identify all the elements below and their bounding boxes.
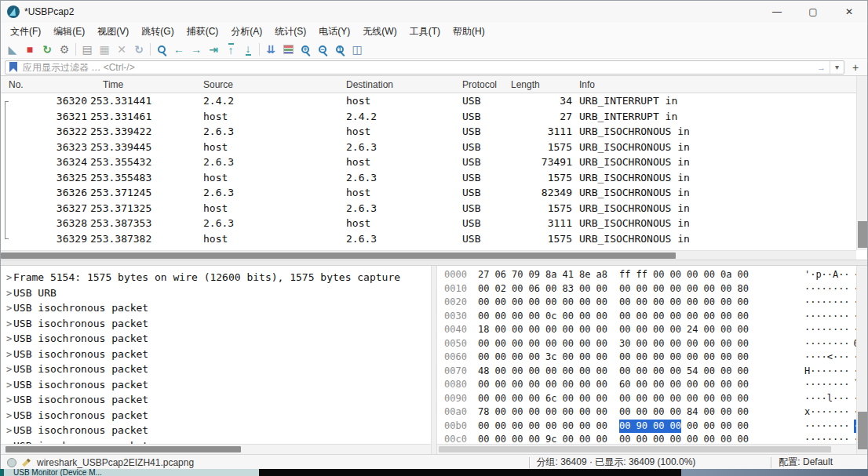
hex-byte[interactable]: 00 <box>619 420 636 434</box>
expert-info-icon[interactable] <box>7 458 16 467</box>
hex-byte[interactable]: 00 <box>738 310 749 324</box>
hex-byte[interactable]: 00 <box>670 420 682 434</box>
hex-byte[interactable]: 00 <box>579 337 591 351</box>
hex-byte[interactable]: 00 <box>738 405 749 420</box>
hex-byte[interactable]: 54 <box>687 365 698 379</box>
vscroll-thumb[interactable] <box>858 412 867 449</box>
hex-byte[interactable]: 00 <box>653 365 665 379</box>
bytes-vscrollbar[interactable] <box>856 266 867 454</box>
capture-start-button[interactable]: ◣ <box>4 41 21 57</box>
column-header-destination[interactable]: Destination <box>346 79 462 90</box>
hex-byte[interactable]: 00 <box>670 282 682 296</box>
hex-byte[interactable]: 00 <box>545 365 557 379</box>
detail-row[interactable]: >USB isochronous packet <box>1 300 431 316</box>
hex-byte[interactable]: 00 <box>579 405 591 420</box>
hex-byte[interactable]: 00 <box>579 351 591 365</box>
packet-row[interactable]: 36328253.3873532.6.3hostUSB3111URB_ISOCH… <box>1 216 856 231</box>
hex-byte[interactable]: ff <box>619 268 631 282</box>
hex-byte[interactable]: 00 <box>720 337 732 351</box>
hex-byte[interactable]: 00 <box>478 296 490 310</box>
filter-apply-icon[interactable]: → <box>813 63 830 72</box>
hex-byte[interactable]: 3c <box>545 351 557 365</box>
hex-byte[interactable]: 00 <box>704 365 716 379</box>
packet-row[interactable]: 36322253.3394222.6.3hostUSB3111URB_ISOCH… <box>1 124 856 140</box>
hex-byte[interactable]: 00 <box>563 323 574 337</box>
hex-byte[interactable]: 00 <box>704 392 716 406</box>
go-forward-button[interactable]: → <box>188 41 205 57</box>
hex-byte[interactable]: 00 <box>738 323 749 337</box>
capture-comment-icon[interactable] <box>22 458 31 467</box>
go-back-button[interactable]: ← <box>170 41 188 57</box>
hex-row[interactable]: 0060000000003c0000000000000000000000····… <box>437 351 856 365</box>
filter-dropdown-icon[interactable]: ▾ <box>830 61 844 74</box>
hex-byte[interactable]: 00 <box>636 296 648 310</box>
column-header-source[interactable]: Source <box>203 79 346 90</box>
menu-item-edit[interactable]: 编辑(E) <box>47 23 91 41</box>
hex-byte[interactable]: 00 <box>596 392 608 406</box>
expander-icon[interactable]: > <box>1 301 13 316</box>
open-file-button[interactable]: ▤ <box>78 41 96 57</box>
menu-item-help[interactable]: 帮助(H) <box>447 23 491 41</box>
hex-byte[interactable]: 00 <box>653 337 665 351</box>
filter-expression-add-button[interactable]: + <box>848 60 863 74</box>
hex-byte[interactable]: 00 <box>636 378 648 392</box>
packet-row[interactable]: 36323253.339445host2.6.3USB1575URB_ISOCH… <box>1 140 856 155</box>
hex-byte[interactable]: 8e <box>579 268 591 282</box>
profile-label[interactable]: 配置: Default <box>779 456 833 469</box>
hex-byte[interactable]: 27 <box>478 268 490 282</box>
hex-byte[interactable]: 00 <box>529 323 541 337</box>
reload-file-button[interactable]: ↻ <box>130 41 148 57</box>
hex-byte[interactable]: 00 <box>619 365 631 379</box>
hex-byte[interactable]: 00 <box>704 420 716 434</box>
menu-item-file[interactable]: 文件(F) <box>4 23 47 41</box>
hex-byte[interactable]: 00 <box>529 351 541 365</box>
hex-byte[interactable]: 00 <box>687 268 698 282</box>
hex-byte[interactable]: 60 <box>619 378 631 392</box>
hex-byte[interactable]: 00 <box>579 378 591 392</box>
menu-item-capture[interactable]: 捕获(C) <box>181 23 225 41</box>
hex-byte[interactable]: 00 <box>579 282 591 296</box>
hex-byte[interactable]: 06 <box>495 268 507 282</box>
hex-byte[interactable]: 00 <box>529 405 541 420</box>
hex-byte[interactable]: 00 <box>579 310 591 324</box>
hex-byte[interactable]: 00 <box>636 351 648 365</box>
resize-columns-button[interactable]: ◫ <box>348 41 366 57</box>
close-button[interactable]: ✕ <box>831 1 867 23</box>
capture-stop-button[interactable]: ■ <box>21 41 38 57</box>
detail-row[interactable]: >USB isochronous packet <box>1 331 431 347</box>
hex-byte[interactable]: 00 <box>653 351 665 365</box>
hex-byte[interactable]: 00 <box>687 378 698 392</box>
find-packet-button[interactable] <box>153 41 170 57</box>
hex-byte[interactable]: 00 <box>738 420 749 434</box>
hex-byte[interactable]: 00 <box>596 405 608 420</box>
hscroll-thumb[interactable] <box>1 253 676 259</box>
packet-row[interactable]: 36321253.331461host2.4.2USB27URB_INTERRU… <box>1 109 856 125</box>
hex-byte[interactable]: 00 <box>512 420 523 434</box>
hex-row[interactable]: 001000020006008300000000000000000080····… <box>437 282 856 296</box>
hex-byte[interactable]: 00 <box>512 378 523 392</box>
column-header-no[interactable]: No. <box>9 79 90 90</box>
hex-byte[interactable]: 00 <box>670 351 682 365</box>
hex-byte[interactable]: 00 <box>495 405 507 420</box>
hex-byte[interactable]: 00 <box>495 420 507 434</box>
menu-item-view[interactable]: 视图(V) <box>91 23 135 41</box>
hex-byte[interactable]: 00 <box>653 378 665 392</box>
hex-byte[interactable]: 09 <box>529 268 541 282</box>
hex-byte[interactable]: 00 <box>596 310 608 324</box>
hex-byte[interactable]: 00 <box>495 351 507 365</box>
hex-byte[interactable]: 00 <box>478 351 490 365</box>
hex-byte[interactable]: 90 <box>636 420 654 434</box>
hex-byte[interactable]: 30 <box>619 337 631 351</box>
hex-row[interactable]: 00a078000000000000000000000084000000x···… <box>437 405 856 420</box>
hex-byte[interactable]: 00 <box>704 268 716 282</box>
hex-row[interactable]: 00b000000000000000000090000000000000····… <box>437 420 856 434</box>
hex-byte[interactable]: 00 <box>636 310 648 324</box>
hex-byte[interactable]: 00 <box>563 420 574 434</box>
hex-byte[interactable]: 41 <box>563 268 574 282</box>
hex-byte[interactable]: 00 <box>512 351 523 365</box>
hex-byte[interactable]: 06 <box>529 282 541 296</box>
hex-byte[interactable]: 00 <box>653 268 665 282</box>
hex-byte[interactable]: 00 <box>478 420 490 434</box>
hex-byte[interactable]: 00 <box>720 420 732 434</box>
detail-row[interactable]: >USB isochronous packet <box>1 362 431 377</box>
